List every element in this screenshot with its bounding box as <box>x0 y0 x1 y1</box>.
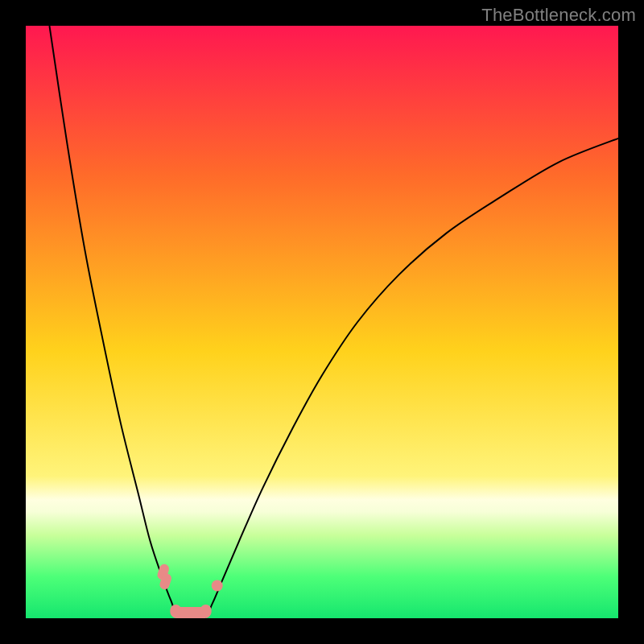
chart-svg <box>26 26 618 618</box>
watermark-text: TheBottleneck.com <box>481 5 636 26</box>
data-marker <box>170 605 181 617</box>
gradient-background <box>26 26 618 618</box>
data-marker <box>200 605 212 617</box>
plot-area <box>26 26 618 618</box>
data-marker <box>212 580 223 592</box>
chart-frame: TheBottleneck.com <box>0 0 644 644</box>
